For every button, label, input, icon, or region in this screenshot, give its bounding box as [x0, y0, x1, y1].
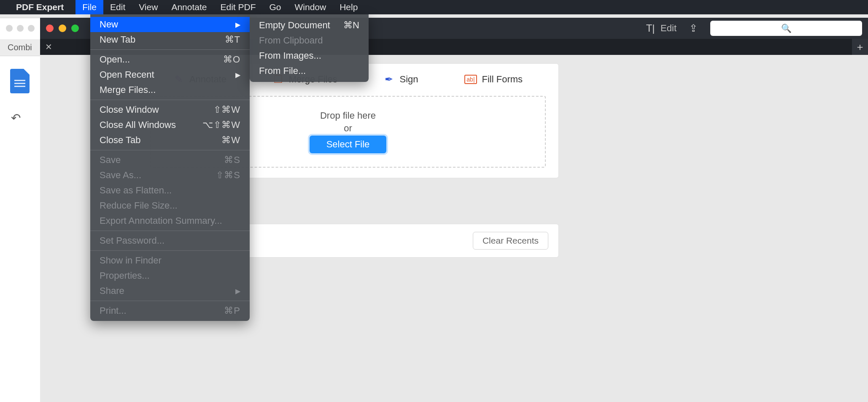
file-menu-item: Share▶	[90, 283, 250, 299]
menu-go[interactable]: Go	[262, 0, 288, 14]
new-tab-button[interactable]: ＋	[852, 39, 868, 55]
file-menu-item[interactable]: Merge Files...	[90, 82, 250, 98]
new-submenu-item: From Clipboard	[250, 33, 369, 48]
menu-file[interactable]: File	[75, 0, 103, 14]
file-menu-item: Save⌘S	[90, 152, 250, 168]
file-menu-item[interactable]: New▶	[90, 17, 250, 32]
file-menu-item[interactable]: Close All Windows⌥⇧⌘W	[90, 117, 250, 133]
minimize-window-button[interactable]	[59, 24, 66, 32]
bg-tab[interactable]: Combi	[0, 39, 40, 56]
menu-view[interactable]: View	[132, 0, 164, 14]
share-icon[interactable]: ⇪	[687, 22, 699, 34]
file-menu-item: Reduce File Size...	[90, 198, 250, 213]
file-menu-item[interactable]: Open...⌘O	[90, 52, 250, 67]
file-menu-item: Set Password...	[90, 233, 250, 248]
drop-text: Drop file here	[320, 110, 376, 121]
background-window: Combi ↶	[0, 18, 40, 402]
app-name: PDF Expert	[16, 2, 64, 12]
file-menu-item[interactable]: Open Recent▶	[90, 67, 250, 82]
clear-recents-button[interactable]: Clear Recents	[473, 232, 548, 250]
menu-edit[interactable]: Edit	[103, 0, 132, 14]
file-menu-item: Save As...⇧⌘S	[90, 168, 250, 183]
undo-icon[interactable]: ↶	[11, 111, 21, 125]
sign-icon: ✒	[383, 74, 394, 85]
file-menu-item: Export Annotation Summary...	[90, 213, 250, 228]
fill-forms-action[interactable]: ab| Fill Forms	[464, 74, 523, 85]
new-submenu-item[interactable]: From File...	[250, 63, 369, 79]
macos-menubar: PDF Expert File Edit View Annotate Edit …	[0, 0, 868, 14]
file-menu-item: Print...⌘P	[90, 303, 250, 318]
text-edit-icon: T|	[644, 22, 656, 34]
menu-window[interactable]: Window	[288, 0, 333, 14]
search-input[interactable]: 🔍	[710, 21, 862, 36]
select-file-button[interactable]: Select File	[310, 136, 387, 153]
bg-traffic-light	[17, 25, 24, 32]
zoom-window-button[interactable]	[71, 24, 79, 32]
fill-forms-icon: ab|	[464, 75, 477, 84]
file-menu-item: Show in Finder	[90, 253, 250, 268]
menu-edit-pdf[interactable]: Edit PDF	[213, 0, 262, 14]
menu-annotate[interactable]: Annotate	[164, 0, 213, 14]
close-window-button[interactable]	[46, 24, 54, 32]
bg-traffic-light	[28, 25, 35, 32]
file-menu-dropdown: New▶New Tab⌘TOpen...⌘OOpen Recent▶Merge …	[90, 14, 250, 321]
document-icon[interactable]	[10, 69, 30, 93]
file-menu-item: Properties...	[90, 268, 250, 283]
close-tab-icon[interactable]: ✕	[45, 42, 52, 52]
edit-label: Edit	[660, 23, 677, 34]
new-submenu-item[interactable]: From Images...	[250, 48, 369, 63]
file-menu-item[interactable]: Close Tab⌘W	[90, 133, 250, 148]
sign-action[interactable]: ✒ Sign	[383, 74, 418, 85]
file-menu-item: Save as Flatten...	[90, 183, 250, 198]
file-menu-item[interactable]: New Tab⌘T	[90, 32, 250, 47]
bg-traffic-light	[6, 25, 13, 32]
new-submenu: Empty Document⌘NFrom ClipboardFrom Image…	[250, 14, 369, 82]
new-submenu-item[interactable]: Empty Document⌘N	[250, 18, 369, 33]
menu-help[interactable]: Help	[333, 0, 364, 14]
file-menu-item[interactable]: Close Window⇧⌘W	[90, 102, 250, 117]
drop-or: or	[344, 123, 352, 134]
edit-mode-button[interactable]: T| Edit	[644, 22, 677, 34]
search-icon: 🔍	[781, 23, 792, 33]
